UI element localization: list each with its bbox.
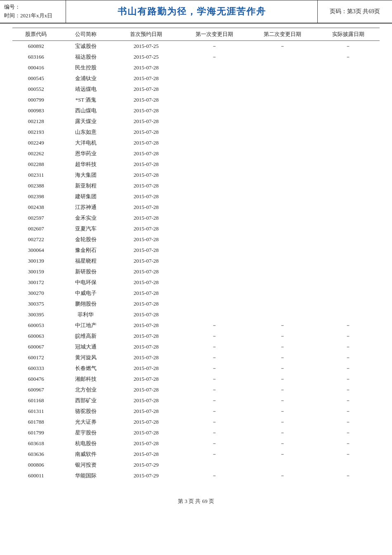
table-cell: 2015-07-28 [112,342,180,352]
table-cell: 2015-07-28 [112,427,180,438]
table-cell [180,460,248,470]
table-row: 601788光大证券2015-07-28－－－ [12,417,380,427]
table-cell [248,116,316,127]
table-cell: 露天煤业 [59,116,112,127]
table-cell: 002597 [12,213,59,223]
table-row: 600476湘邮科技2015-07-28－－－ [12,374,380,384]
table-header-row: 股票代码 公司简称 首次预约日期 第一次变更日期 第二次变更日期 实际披露日期 [12,28,380,40]
table-cell: － [180,438,248,449]
table-cell: 002311 [12,170,59,180]
table-cell: 2015-07-29 [112,460,180,470]
table-cell [180,170,248,180]
table-cell: 亚夏汽车 [59,223,112,234]
table-cell: 2015-07-28 [112,170,180,180]
table-cell [248,299,316,309]
table-cell: － [180,320,248,331]
table-cell [180,288,248,299]
table-cell [180,138,248,148]
table-cell: － [248,427,316,438]
table-cell [248,159,316,170]
table-cell [248,277,316,288]
table-cell: 2015-07-28 [112,438,180,449]
table-cell [248,84,316,95]
table-cell: － [180,395,248,406]
table-cell: 2015-07-29 [112,470,180,481]
table-cell: － [316,395,380,406]
table-cell [180,127,248,138]
table-cell: 002128 [12,116,59,127]
table-cell: － [180,40,248,52]
table-cell: 黄河旋风 [59,352,112,363]
table-cell: 超华科技 [59,159,112,170]
footer-text: 第 3 页 共 69 页 [178,498,214,504]
table-cell: 2015-07-25 [112,52,180,62]
table-cell: － [316,384,380,395]
table-row: 601799星宇股份2015-07-28－－－ [12,427,380,438]
table-cell: 2015-07-28 [112,309,180,320]
table-cell: 2015-07-28 [112,159,180,170]
table-cell: 601311 [12,406,59,417]
table-cell: 中威电子 [59,288,112,299]
table-cell: － [316,320,380,331]
table-cell [248,223,316,234]
table-cell: 2015-07-28 [112,288,180,299]
table-cell [180,299,248,309]
table-cell [180,223,248,234]
table-cell: 300064 [12,245,59,256]
table-cell [316,105,380,116]
table-cell: 600063 [12,331,59,342]
table-cell [248,127,316,138]
table-cell: 2015-07-28 [112,384,180,395]
table-cell: － [248,438,316,449]
table-cell [248,148,316,159]
table-cell: 300139 [12,256,59,266]
table-cell: 2015-07-28 [112,84,180,95]
table-cell [180,245,248,256]
table-cell: 皖维高新 [59,331,112,342]
table-row: 600067冠城大通2015-07-28－－－ [12,342,380,352]
table-cell [180,116,248,127]
table-cell [180,84,248,95]
table-cell: － [180,363,248,374]
table-row: 002262恩华药业2015-07-28 [12,148,380,159]
table-cell: － [180,406,248,417]
table-cell: 2015-07-28 [112,363,180,374]
table-cell: － [248,352,316,363]
table-row: 002128露天煤业2015-07-28 [12,116,380,127]
table-cell: － [248,342,316,352]
table-cell: 2015-07-28 [112,148,180,159]
label-time: 时间：2021年x月x日 [4,12,61,20]
table-cell: － [248,331,316,342]
table-row: 002597金禾实业2015-07-28 [12,213,380,223]
table-cell: 中江地产 [59,320,112,331]
table-row: 000806银河投资2015-07-29 [12,460,380,470]
table-row: 000552靖远煤电2015-07-28 [12,84,380,95]
table-cell [316,266,380,277]
header: 编号： 时间：2021年x月x日 书山有路勤为径，学海无涯苦作舟 页码：第3页 … [0,0,392,24]
table-cell [248,245,316,256]
table-cell: 600333 [12,363,59,374]
table-cell [316,138,380,148]
table-cell [316,245,380,256]
table-row: 002722金轮股份2015-07-28 [12,234,380,245]
table-cell: 山东如意 [59,127,112,138]
table-cell: 000545 [12,73,59,84]
table-cell [248,256,316,266]
table-cell: 2015-07-28 [112,299,180,309]
table-cell: 海大集团 [59,170,112,180]
table-cell: 豫金刚石 [59,245,112,256]
table-cell [316,62,380,73]
table-cell: 300395 [12,309,59,320]
table-row: 600333长春燃气2015-07-28－－－ [12,363,380,374]
table-cell: 银河投资 [59,460,112,470]
table-row: 601311骆驼股份2015-07-28－－－ [12,406,380,417]
header-page-info: 页码：第3页 共69页 [318,0,392,23]
table-cell: 2015-07-28 [112,331,180,342]
table-cell [316,223,380,234]
table-cell [248,234,316,245]
table-cell: 2015-07-25 [112,40,180,52]
table-cell: *ST 酒鬼 [59,95,112,105]
table-cell: 菲利华 [59,309,112,320]
table-cell: 新研股份 [59,266,112,277]
table-row: 002193山东如意2015-07-28 [12,127,380,138]
